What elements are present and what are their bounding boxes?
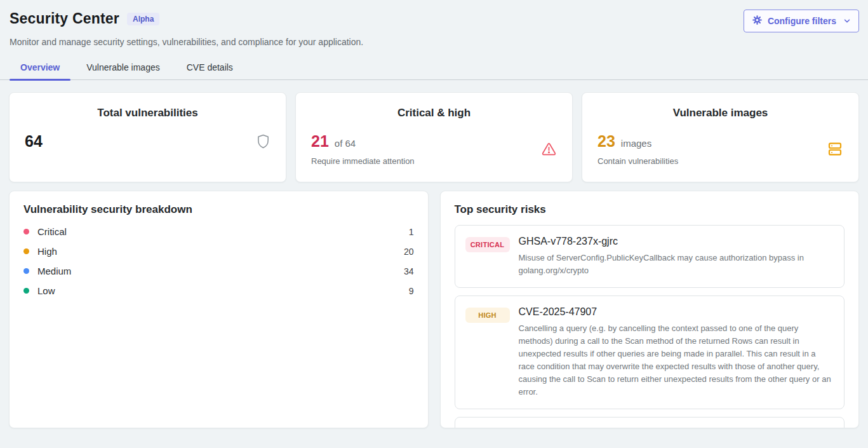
vulnerable-images-subtext: Contain vulnerabilities: [598, 156, 678, 166]
medium-dot-icon: [23, 268, 29, 274]
legend-label: Medium: [37, 266, 71, 276]
legend-value: 1: [409, 227, 414, 237]
card-critical-high: Critical & high 21 of 64 Require immedia…: [295, 92, 573, 182]
panels-row: Vulnerability security breakdown Critica…: [9, 191, 859, 428]
risk-description: Misuse of ServerConfig.PublicKeyCallback…: [519, 252, 834, 277]
legend-label: Critical: [37, 226, 67, 237]
vulnerable-images-value: 23: [598, 132, 615, 151]
risk-list: CRITICAL GHSA-v778-237x-gjrc Misuse of S…: [455, 225, 845, 428]
legend-label: High: [37, 246, 57, 257]
gear-icon: [752, 15, 763, 27]
legend-item-low: Low 9: [23, 285, 414, 296]
chevron-down-icon: [843, 17, 851, 25]
risk-item-cve-2025-47907[interactable]: HIGH CVE-2025-47907 Cancelling a query (…: [455, 295, 845, 409]
vulnerable-images-suffix: images: [621, 138, 651, 149]
legend-value: 9: [409, 286, 414, 296]
tab-cve-details[interactable]: CVE details: [176, 57, 244, 79]
tab-bar: Overview Vulnerable images CVE details: [0, 57, 868, 80]
breakdown-title: Vulnerability security breakdown: [23, 203, 414, 216]
risk-item-cve-2025-9086[interactable]: HIGH CVE-2025-9086: [455, 417, 845, 428]
security-center-page: Security Center Alpha: [0, 0, 868, 448]
risk-id: CVE-2025-47907: [519, 306, 834, 318]
critical-high-suffix: of 64: [335, 138, 356, 149]
page-title: Security Center: [10, 10, 119, 27]
tab-vulnerable-images[interactable]: Vulnerable images: [76, 57, 170, 79]
card-title: Vulnerable images: [598, 107, 843, 119]
shield-icon: [256, 133, 270, 149]
high-dot-icon: [23, 248, 29, 254]
top-security-risks-panel: Top security risks CRITICAL GHSA-v778-23…: [440, 191, 860, 428]
page-header: Security Center Alpha: [0, 0, 868, 47]
legend-value: 20: [404, 247, 414, 257]
warning-triangle-icon: [541, 142, 557, 156]
risk-id: GHSA-v778-237x-gjrc: [519, 236, 834, 247]
breakdown-legend: Critical 1 High 20 Medium 34 Low 9: [23, 226, 414, 296]
risk-description: Cancelling a query (e.g. by cancelling t…: [519, 322, 834, 398]
vulnerability-breakdown-panel: Vulnerability security breakdown Critica…: [9, 191, 429, 428]
critical-dot-icon: [23, 229, 29, 234]
top-risks-title: Top security risks: [455, 203, 845, 216]
low-dot-icon: [23, 288, 29, 294]
severity-badge: HIGH: [465, 308, 510, 323]
alpha-badge: Alpha: [127, 13, 159, 25]
tab-overview[interactable]: Overview: [10, 57, 70, 79]
critical-high-subtext: Require immediate attention: [311, 156, 415, 166]
card-vulnerable-images: Vulnerable images 23 images Contain vuln…: [582, 92, 859, 182]
card-total-vulnerabilities: Total vulnerabilities 64: [9, 92, 286, 182]
legend-item-medium: Medium 34: [23, 266, 414, 276]
total-vulnerabilities-value: 64: [25, 132, 43, 151]
legend-item-high: High 20: [23, 246, 414, 257]
card-title: Total vulnerabilities: [25, 107, 270, 119]
legend-item-critical: Critical 1: [23, 226, 414, 237]
stat-cards-row: Total vulnerabilities 64 Critical & high: [9, 92, 859, 182]
critical-high-value: 21: [311, 132, 329, 151]
configure-filters-label: Configure filters: [768, 16, 836, 26]
page-subtitle: Monitor and manage security settings, vu…: [10, 37, 859, 47]
legend-value: 34: [404, 266, 414, 276]
severity-badge: CRITICAL: [465, 237, 510, 252]
legend-label: Low: [37, 285, 55, 296]
server-stack-icon: [826, 141, 843, 157]
risk-id: CVE-2025-9086: [519, 428, 834, 428]
risk-item-ghsa-v778-237x-gjrc[interactable]: CRITICAL GHSA-v778-237x-gjrc Misuse of S…: [455, 225, 845, 288]
configure-filters-button[interactable]: Configure filters: [744, 10, 859, 32]
card-title: Critical & high: [311, 107, 557, 119]
